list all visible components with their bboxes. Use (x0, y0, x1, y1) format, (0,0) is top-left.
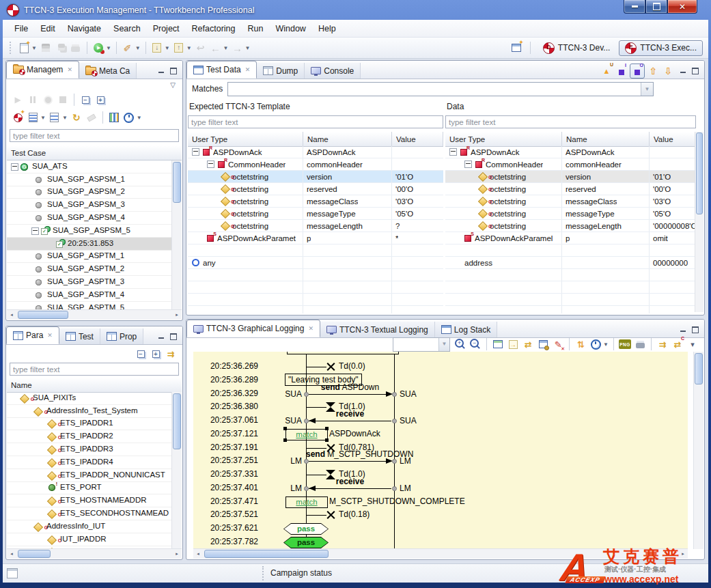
menu-file[interactable]: File (8, 22, 34, 36)
minimize-view-icon[interactable] (680, 326, 687, 333)
scroll-left-icon[interactable]: ◂ (193, 549, 203, 559)
testdata-tab-test-data[interactable]: Test Data✕ (186, 61, 257, 79)
collapse-expander-icon[interactable] (11, 163, 18, 171)
close-icon[interactable]: ✕ (47, 332, 53, 339)
prev-annotation-button[interactable] (172, 41, 186, 55)
selection-handle[interactable] (325, 427, 329, 430)
menu-window[interactable]: Window (269, 22, 311, 36)
menu-refactoring[interactable]: Refactoring (186, 22, 242, 36)
horizontal-scrollbar[interactable]: ◂ ▸ (7, 548, 182, 559)
dropdown-caret-icon[interactable]: ▼ (31, 45, 37, 51)
table-row-octetstring[interactable]: octetstringreserved'00'O (445, 183, 696, 195)
tree-item-addressinfo-iut[interactable]: AddressInfo_IUT (7, 520, 172, 533)
vertical-scrollbar[interactable] (171, 392, 182, 549)
chevron-down-icon[interactable]: ▼ (641, 83, 653, 96)
tree-item-sua-sgp-aspsm-1[interactable]: SUA_SGP_ASPSM_1 (7, 173, 172, 186)
menu-help[interactable]: Help (312, 22, 342, 36)
table-row[interactable] (188, 281, 443, 294)
collapse-expander-icon[interactable] (207, 160, 214, 168)
dropdown-caret-icon[interactable]: ▼ (40, 115, 46, 121)
table-row-octetstring[interactable]: octetstringreserved'00'O (188, 183, 443, 195)
diagram-timestamp[interactable]: 20:25:37.782 (193, 537, 258, 546)
testdata-tab-console[interactable]: Console (305, 63, 361, 79)
minimize-view-icon[interactable] (158, 67, 165, 74)
table-row-octetstring[interactable]: octetstringmessageLength? (188, 220, 443, 232)
menu-navigate[interactable]: Navigate (61, 22, 107, 36)
collapse-expander-icon[interactable] (31, 227, 39, 235)
parameter-filter-input[interactable] (10, 363, 179, 376)
dropdown-caret-icon[interactable]: ▼ (62, 115, 68, 121)
maximize-view-icon[interactable] (169, 333, 177, 340)
zoom-level-combo[interactable]: ▼ (393, 337, 450, 352)
tree-item-ets-ipaddr2[interactable]: ETS_IPADDR2 (7, 430, 172, 443)
match-box[interactable]: match (285, 496, 328, 508)
swap-button[interactable] (521, 337, 535, 351)
diagram-timestamp[interactable]: 20:25:36.380 (193, 402, 258, 411)
link-filter-button[interactable] (164, 347, 178, 361)
table-row-aspdownack[interactable]: ASPDownAckASPDownAck (188, 146, 443, 158)
close-icon[interactable]: ✕ (308, 325, 313, 332)
testdata-tab-dump[interactable]: Dump (257, 63, 305, 79)
dropdown-caret-icon[interactable]: ▼ (186, 45, 192, 51)
tree-item-sua-sgp-asptm-1[interactable]: SUA_SGP_ASPTM_1 (7, 251, 172, 264)
table-row[interactable] (188, 244, 443, 257)
table-row-octetstring[interactable]: octetstringmessageType'05'O (445, 208, 696, 220)
perspective-ttcn-3-exec[interactable]: ETTCN-3 Exec... (619, 40, 703, 56)
tree-item-ets-secondhostnamead[interactable]: ETS_SECONDHOSTNAMEAD (7, 507, 172, 520)
column-header-value[interactable]: Value (392, 132, 443, 146)
column-header-name[interactable]: Name (562, 132, 650, 146)
grid-view-button[interactable] (491, 337, 505, 351)
overflow-chevron-button[interactable] (686, 337, 699, 351)
tree-item-sua-ats[interactable]: SUA_ATS (7, 160, 172, 173)
tree-item-iut-ipaddr[interactable]: IUT_IPADDR (7, 533, 172, 546)
testcase-column-header[interactable]: Test Case (7, 145, 182, 160)
maximize-view-icon[interactable] (169, 67, 177, 74)
vertical-scrollbar[interactable] (171, 160, 182, 310)
expand-all-button[interactable] (94, 93, 107, 107)
diagram-timestamp[interactable]: 20:25:37.191 (193, 443, 258, 452)
dropdown-caret-icon[interactable]: ▼ (135, 45, 141, 51)
title-bar[interactable]: TTCN-3 Execution Management - TTworkbenc… (3, 0, 708, 20)
table-row-octetstring[interactable]: octetstringversion'01'O (188, 171, 443, 183)
dropdown-caret-icon[interactable]: ▼ (165, 45, 170, 51)
table-row-aspdownack[interactable]: ASPDownAckASPDownAck (445, 146, 696, 158)
diagram-timestamp[interactable]: 20:25:37.621 (193, 523, 258, 533)
horizontal-scrollbar[interactable]: ◂ ▸ (7, 309, 182, 320)
table-row-any[interactable]: any (188, 257, 443, 269)
table-row[interactable] (445, 269, 696, 281)
dropdown-caret-icon[interactable]: ▼ (603, 341, 609, 348)
mgmt-tab-meta-ca[interactable]: Meta Ca (79, 63, 137, 79)
delete-marks-button[interactable] (551, 337, 565, 351)
mgmt-tab-managem[interactable]: Managem✕ (6, 61, 79, 79)
vertical-scrollbar[interactable] (693, 352, 703, 549)
scroll-right-icon[interactable]: ▸ (172, 310, 182, 320)
testcase-filter-input[interactable] (10, 129, 179, 142)
para-tab-para[interactable]: Para✕ (6, 326, 59, 344)
zoom-in-button[interactable] (454, 337, 467, 351)
minimize-button[interactable] (624, 0, 645, 14)
expand-all-button[interactable] (149, 347, 163, 361)
dropdown-caret-icon[interactable]: ▼ (137, 115, 142, 121)
matches-combo[interactable]: ▼ (227, 82, 654, 96)
format-brush-button[interactable] (121, 41, 135, 55)
print-log-button[interactable] (633, 337, 647, 351)
table-row-address[interactable]: address00000000 (445, 257, 696, 269)
para-tab-test[interactable]: Test (59, 328, 100, 344)
new-campaign-button[interactable] (11, 111, 25, 124)
table-row-aspdownackparamel[interactable]: ASPDownAckParamelpomit (445, 232, 696, 244)
tree-item-ets-ipaddr4[interactable]: ETS_IPADDR4 (7, 456, 172, 469)
column-header-user-type[interactable]: User Type (445, 132, 562, 146)
goto-log-button[interactable] (506, 337, 520, 351)
table-row[interactable] (445, 294, 696, 306)
tree-item-ets-hostnameaddr[interactable]: ETS_HOSTNAMEADDR (7, 494, 172, 507)
sort-updown-button[interactable] (574, 337, 587, 351)
name-column-header[interactable]: Name (7, 378, 182, 393)
table-row-octetstring[interactable]: octetstringversion'01'O (445, 171, 696, 183)
close-icon[interactable]: ✕ (67, 66, 72, 73)
diagram-timestamp[interactable]: 20:25:37.331 (193, 469, 258, 479)
collapse-expander-icon[interactable] (464, 160, 472, 168)
tree-item-ets-ipaddr-nonunicast[interactable]: ETS_IPADDR_NONUNICAST (7, 469, 172, 482)
perspective-ttcn-3-dev[interactable]: DTTCN-3 Dev... (537, 40, 616, 56)
menu-run[interactable]: Run (242, 22, 270, 36)
report-button[interactable] (107, 111, 121, 124)
